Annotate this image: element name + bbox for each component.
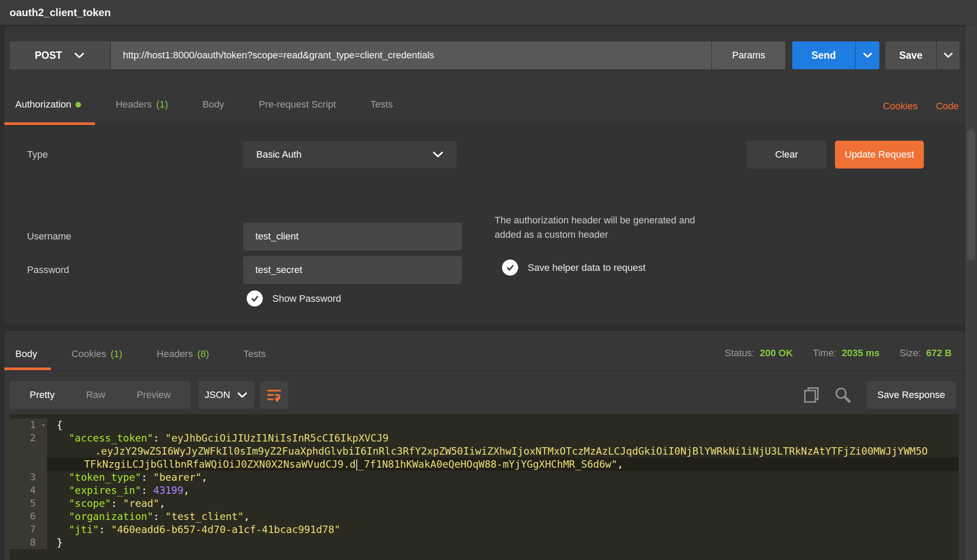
line-number: 5 (10, 497, 47, 510)
request-panel: POST http://host1:8000/oauth/token?scope… (4, 27, 965, 325)
auth-credentials: Username test_client Password test_secre… (4, 196, 965, 325)
request-bar: POST http://host1:8000/oauth/token?scope… (4, 27, 965, 69)
code-text: "access_token": "eyJhbGciOiJIUzI1NiIsInR… (47, 432, 959, 445)
chevron-down-icon (74, 52, 85, 59)
auth-helper-text: The authorization header will be generat… (495, 213, 695, 242)
clear-button[interactable]: Clear (746, 141, 827, 169)
status-label: Status: (725, 347, 754, 359)
fold-caret-icon[interactable]: ▾ (41, 418, 45, 432)
code-text: } (47, 536, 959, 549)
response-meta: Status:200 OK Time:2035 ms Size:672 B (725, 347, 965, 370)
save-helper-label: Save helper data to request (528, 262, 645, 273)
line-number: 7 (10, 523, 47, 536)
tab-response-headers[interactable]: Headers (8) (146, 348, 223, 370)
save-button[interactable]: Save (885, 41, 960, 69)
line-number (10, 458, 47, 471)
code-line: 8} (10, 536, 959, 549)
chevron-down-icon (432, 151, 444, 158)
response-toolbar: Pretty Raw Preview JSON (4, 371, 965, 409)
code-line: 7 "jti": "460eadd6-b657-4d70-a1cf-41bcac… (10, 523, 959, 536)
scrollbar-thumb[interactable] (967, 130, 975, 260)
password-label: Password (27, 256, 69, 284)
auth-type-select[interactable]: Basic Auth (243, 141, 457, 168)
cookies-count-badge: (1) (111, 348, 122, 360)
title-bar: oauth2_client_token (0, 0, 977, 25)
view-pretty-button[interactable]: Pretty (14, 389, 70, 401)
size-value: 672 B (926, 347, 952, 359)
window-scrollbar[interactable] (965, 25, 977, 560)
toolbar-right: Save Response (802, 381, 956, 409)
method-label: POST (35, 50, 62, 61)
code-text: { (47, 418, 959, 432)
tab-response-cookies[interactable]: Cookies (1) (61, 348, 136, 370)
checkmark-icon (502, 260, 518, 276)
code-line: 3 "token_type": "bearer", (10, 471, 959, 484)
code-link[interactable]: Code (936, 101, 959, 112)
code-line: 6 "organization": "test_client", (10, 510, 959, 523)
size-label: Size: (899, 347, 921, 359)
code-text: "token_type": "bearer", (47, 471, 959, 484)
method-select[interactable]: POST (10, 41, 110, 69)
send-label[interactable]: Send (792, 41, 855, 69)
line-number: 1▾ (10, 418, 47, 432)
code-text: .eyJzY29wZSI6WyJyZWFkIl0sIm9yZ2FuaXphdGl… (47, 445, 959, 458)
checkmark-icon (247, 290, 263, 307)
username-label: Username (27, 223, 71, 250)
request-links: Cookies Code (883, 101, 965, 125)
search-icon[interactable] (833, 385, 852, 405)
wrap-lines-icon (266, 387, 282, 403)
show-password-checkbox[interactable]: Show Password (247, 290, 341, 307)
wrap-lines-button[interactable] (260, 381, 288, 409)
text-cursor (356, 459, 357, 470)
save-helper-checkbox[interactable]: Save helper data to request (502, 260, 645, 276)
authorization-editor: Type Basic Auth Clear Update Request Use… (4, 125, 965, 325)
tab-response-tests[interactable]: Tests (233, 348, 280, 370)
tab-authorization[interactable]: Authorization (4, 99, 95, 125)
cookies-link[interactable]: Cookies (883, 101, 917, 112)
send-options-button[interactable] (855, 41, 879, 69)
auth-type-row: Type Basic Auth Clear Update Request (4, 125, 965, 196)
type-label: Type (27, 141, 48, 168)
headers-count-badge: (1) (156, 99, 168, 110)
status-value: 200 OK (760, 347, 793, 359)
chevron-down-icon (237, 392, 248, 398)
line-number: 6 (10, 510, 47, 523)
code-text: "organization": "test_client", (47, 510, 959, 523)
request-tabs: Authorization Headers (1) Body Pre-reque… (4, 69, 965, 125)
code-line: 1▾{ (10, 418, 959, 432)
line-number: 4 (10, 484, 47, 497)
show-password-label: Show Password (272, 293, 341, 304)
save-response-button[interactable]: Save Response (866, 381, 956, 409)
code-line: 2 "access_token": "eyJhbGciOiJIUzI1NiIsI… (10, 432, 959, 445)
params-button[interactable]: Params (711, 41, 785, 69)
resp-headers-count-badge: (8) (197, 348, 209, 360)
view-raw-button[interactable]: Raw (70, 389, 121, 401)
tab-headers[interactable]: Headers (1) (105, 99, 182, 125)
code-line: TFkNzgiLCJjbGllbnRfaWQiOiJ0ZXN0X2NsaWVud… (10, 458, 959, 471)
line-number: 3 (10, 471, 47, 484)
request-title: oauth2_client_token (10, 7, 111, 19)
tab-pre-request-script[interactable]: Pre-request Script (248, 99, 350, 125)
code-line: 5 "scope": "read", (10, 497, 959, 510)
username-field[interactable]: test_client (243, 223, 462, 250)
code-text: "scope": "read", (47, 497, 959, 510)
tab-response-body[interactable]: Body (4, 348, 51, 370)
save-options-button[interactable] (936, 41, 960, 69)
code-text: TFkNzgiLCJjbGllbnRfaWQiOiJ0ZXN0X2NsaWVud… (47, 458, 959, 471)
view-preview-button[interactable]: Preview (121, 389, 186, 401)
copy-button[interactable] (802, 385, 821, 405)
code-text: "expires_in": 43199, (47, 484, 959, 497)
save-label[interactable]: Save (885, 41, 936, 69)
time-value: 2035 ms (842, 347, 880, 359)
tab-body[interactable]: Body (191, 99, 238, 125)
update-request-button[interactable]: Update Request (835, 141, 924, 169)
tab-tests[interactable]: Tests (360, 99, 407, 125)
password-field[interactable]: test_secret (243, 256, 462, 284)
line-number (10, 445, 47, 458)
code-text: "jti": "460eadd6-b657-4d70-a1cf-41bcac99… (47, 523, 959, 536)
format-select[interactable]: JSON (198, 381, 254, 409)
url-input[interactable]: http://host1:8000/oauth/token?scope=read… (111, 50, 711, 61)
response-code[interactable]: 1▾{2 "access_token": "eyJhbGciOiJIUzI1Ni… (10, 414, 959, 560)
line-number: 2 (10, 432, 47, 445)
send-button[interactable]: Send (792, 41, 879, 69)
